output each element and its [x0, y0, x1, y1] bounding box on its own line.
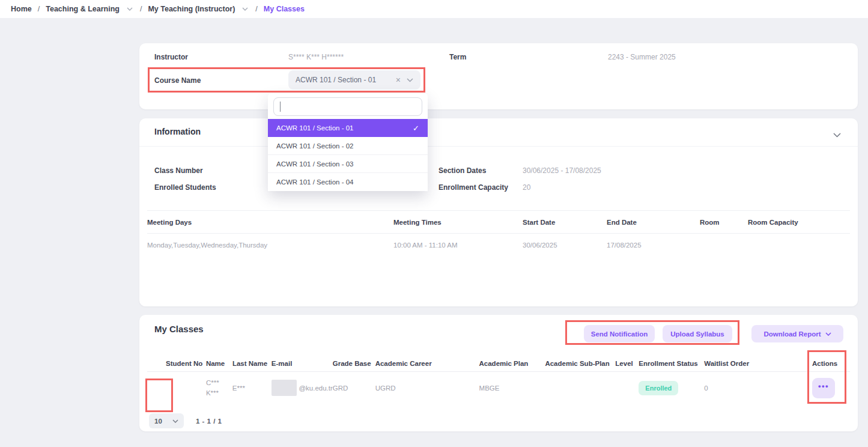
- header-enrollment-status: Enrollment Status: [639, 360, 704, 367]
- students-table-header: Student No Name Last Name E-mail Grade B…: [147, 356, 850, 371]
- enrollment-status-badge: Enrolled: [639, 381, 678, 395]
- header-meeting-days: Meeting Days: [147, 219, 393, 226]
- header-end-date: End Date: [607, 219, 700, 226]
- meeting-days-value: Monday,Tuesday,Wednesday,Thursday: [147, 242, 393, 249]
- breadcrumb-separator: /: [38, 5, 40, 13]
- breadcrumb-my-teaching[interactable]: My Teaching (Instructor): [148, 5, 235, 13]
- header-actions: Actions: [812, 360, 850, 367]
- page: Home / Teaching & Learning / My Teaching…: [0, 0, 868, 447]
- student-last-name: E***: [232, 385, 272, 392]
- instructor-value: S**** K*** H******: [288, 53, 344, 61]
- meeting-end-date-value: 17/08/2025: [607, 242, 700, 249]
- header-last-name: Last Name: [232, 360, 272, 367]
- header-start-date: Start Date: [523, 219, 607, 226]
- student-academic-career: UGRD: [375, 385, 479, 392]
- breadcrumb-separator: /: [255, 5, 257, 13]
- breadcrumb-my-classes[interactable]: My Classes: [264, 5, 305, 13]
- students-table: Student No Name Last Name E-mail Grade B…: [147, 356, 850, 404]
- enrolled-students-label: Enrolled Students: [154, 183, 216, 192]
- pagination: 10 1 - 1 / 1: [149, 413, 222, 428]
- download-report-button[interactable]: Download Report: [751, 325, 843, 342]
- chevron-down-icon[interactable]: [407, 78, 413, 82]
- pagination-range: 1 - 1 / 1: [196, 418, 222, 425]
- breadcrumb-teaching-learning[interactable]: Teaching & Learning: [46, 5, 120, 13]
- send-notification-button[interactable]: Send Notification: [584, 325, 655, 342]
- ellipsis-icon: •••: [818, 382, 829, 391]
- course-option-1-label: ACWR 101 / Section - 01: [276, 124, 353, 132]
- breadcrumb-separator: /: [140, 5, 142, 13]
- course-name-label: Course Name: [154, 76, 201, 85]
- check-icon: ✓: [413, 124, 419, 133]
- enrollment-capacity-label: Enrollment Capacity: [439, 183, 508, 192]
- clear-icon[interactable]: ×: [396, 76, 401, 84]
- meeting-start-date-value: 30/06/2025: [523, 242, 607, 249]
- divider: [139, 146, 858, 147]
- chevron-down-icon: [172, 419, 178, 423]
- meetings-table: Meeting Days Meeting Times Start Date En…: [147, 210, 850, 257]
- text-caret: [280, 102, 281, 112]
- course-option-1[interactable]: ACWR 101 / Section - 01 ✓: [268, 119, 428, 137]
- header-room: Room: [700, 219, 748, 226]
- download-report-label: Download Report: [763, 330, 821, 338]
- header-student-no: Student No: [166, 360, 206, 367]
- header-level: Level: [615, 360, 639, 367]
- meetings-table-header: Meeting Days Meeting Times Start Date En…: [147, 210, 850, 234]
- course-option-4-label: ACWR 101 / Section - 04: [276, 178, 353, 186]
- course-selection-card: Instructor S**** K*** H****** Term 2243 …: [139, 43, 858, 109]
- course-option-2-label: ACWR 101 / Section - 02: [276, 142, 353, 150]
- upload-syllabus-button[interactable]: Upload Syllabus: [663, 325, 732, 342]
- header-academic-sub-plan: Academic Sub-Plan: [545, 360, 615, 367]
- course-option-3-label: ACWR 101 / Section - 03: [276, 160, 353, 168]
- header-room-capacity: Room Capacity: [748, 219, 850, 226]
- chevron-down-icon[interactable]: [127, 7, 133, 11]
- course-option-2[interactable]: ACWR 101 / Section - 02: [268, 137, 428, 155]
- student-waitlist-order: 0: [704, 385, 812, 392]
- section-dates-value: 30/06/2025 - 17/08/2025: [523, 166, 601, 175]
- course-option-4[interactable]: ACWR 101 / Section - 04: [268, 173, 428, 191]
- term-label: Term: [449, 53, 466, 61]
- information-card: Information Class Number Enrolled Studen…: [139, 118, 858, 306]
- header-name: Name: [206, 360, 232, 367]
- row-actions-button[interactable]: •••: [812, 378, 835, 398]
- chevron-down-icon: [825, 332, 831, 336]
- term-value: 2243 - Summer 2025: [608, 53, 676, 61]
- enrollment-capacity-value: 20: [523, 183, 530, 192]
- chevron-down-icon[interactable]: [242, 7, 248, 11]
- student-name: C*** K***: [206, 378, 232, 398]
- course-search-input[interactable]: [273, 97, 422, 116]
- class-number-label: Class Number: [154, 166, 203, 175]
- header-meeting-times: Meeting Times: [393, 219, 523, 226]
- email-redacted: [272, 380, 297, 396]
- student-email: @ku.edu.tr: [272, 380, 333, 396]
- course-dropdown-panel: ACWR 101 / Section - 01 ✓ ACWR 101 / Sec…: [268, 93, 428, 191]
- header-email: E-mail: [272, 360, 333, 367]
- course-dropdown-options: ACWR 101 / Section - 01 ✓ ACWR 101 / Sec…: [268, 119, 428, 191]
- course-select[interactable]: ACWR 101 / Section - 01 ×: [288, 70, 420, 90]
- student-name-line1: C***: [206, 378, 232, 388]
- my-classes-card: My Classes Send Notification Upload Syll…: [139, 315, 858, 431]
- student-academic-plan: MBGE: [479, 385, 545, 392]
- section-dates-label: Section Dates: [439, 166, 486, 175]
- student-row: C*** K*** E*** @ku.edu.tr GRD UGRD MBGE …: [147, 371, 850, 404]
- header-grade-base: Grade Base: [333, 360, 375, 367]
- breadcrumb: Home / Teaching & Learning / My Teaching…: [0, 0, 868, 18]
- meetings-table-row: Monday,Tuesday,Wednesday,Thursday 10:00 …: [147, 234, 850, 257]
- course-option-3[interactable]: ACWR 101 / Section - 03: [268, 155, 428, 173]
- page-size-select[interactable]: 10: [149, 413, 184, 428]
- student-name-line2: K***: [206, 388, 232, 398]
- student-grade-base: GRD: [333, 385, 375, 392]
- instructor-label: Instructor: [154, 53, 188, 61]
- page-size-value: 10: [154, 418, 162, 425]
- header-academic-career: Academic Career: [375, 360, 479, 367]
- course-select-value: ACWR 101 / Section - 01: [296, 76, 396, 84]
- header-academic-plan: Academic Plan: [479, 360, 545, 367]
- meeting-times-value: 10:00 AM - 11:10 AM: [393, 242, 523, 249]
- my-classes-title: My Classes: [154, 324, 204, 334]
- email-domain: @ku.edu.tr: [299, 385, 332, 392]
- collapse-chevron-icon[interactable]: [833, 129, 841, 140]
- header-waitlist-order: Waitlist Order: [704, 360, 812, 367]
- information-title: Information: [154, 127, 201, 136]
- breadcrumb-home[interactable]: Home: [11, 5, 32, 13]
